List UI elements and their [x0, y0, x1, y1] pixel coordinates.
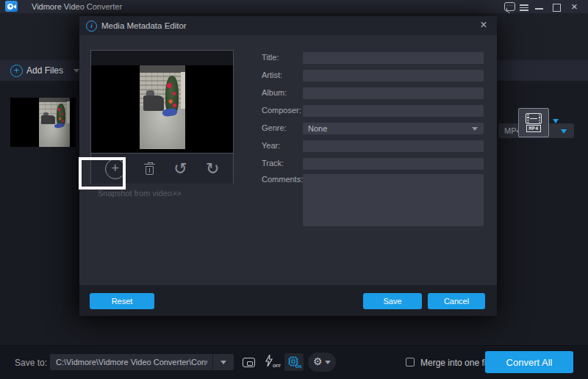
composer-input[interactable]	[303, 105, 484, 117]
chevron-down-icon	[74, 69, 79, 73]
dialog-close-button[interactable]: ×	[478, 18, 490, 32]
title-bar: Vidmore Video Converter ··· ×	[0, 0, 588, 13]
save-path-input[interactable]	[50, 354, 213, 370]
video-frame-image	[39, 98, 70, 147]
maximize-button[interactable]	[553, 2, 563, 11]
dialog-footer: Reset Save Cancel	[79, 285, 497, 316]
off-tag: OFF	[273, 364, 281, 368]
comments-label: Comments:	[262, 175, 303, 184]
gear-icon: ⚙	[313, 355, 323, 367]
dialog-title: Media Metadata Editor	[101, 21, 187, 30]
chevron-down-icon	[325, 361, 331, 364]
merge-checkbox[interactable]	[406, 358, 415, 367]
rotate-right-button[interactable]: ↻	[206, 161, 219, 177]
rotate-left-button[interactable]: ↺	[173, 161, 187, 177]
composer-label: Composer:	[262, 106, 301, 115]
chevron-down-icon	[220, 361, 226, 364]
chevron-down-icon	[561, 129, 567, 134]
genre-value: None	[308, 124, 327, 133]
chevron-down-icon	[472, 127, 478, 131]
merge-label: Merge into one file	[420, 358, 493, 368]
video-file-thumbnail[interactable]	[10, 98, 76, 147]
plus-circle-icon: +	[10, 65, 23, 77]
bottom-bar: Save to: OFF ON ⚙ Merge into one file Co…	[0, 345, 588, 379]
cancel-button[interactable]: Cancel	[428, 293, 485, 309]
camera-lens-icon	[7, 4, 13, 10]
year-label: Year:	[262, 141, 280, 150]
comments-textarea[interactable]	[303, 174, 484, 226]
title-input[interactable]	[303, 52, 484, 64]
info-icon: i	[86, 21, 97, 32]
convert-all-button[interactable]: Convert All	[485, 351, 573, 373]
camera-body-icon	[13, 4, 16, 9]
title-label: Title:	[262, 53, 279, 62]
save-path-control	[50, 354, 234, 370]
track-label: Track:	[262, 159, 284, 167]
track-input[interactable]	[303, 158, 484, 170]
album-input[interactable]	[303, 87, 484, 99]
artist-input[interactable]	[303, 70, 484, 82]
add-files-label: Add Files	[26, 65, 71, 76]
save-path-dropdown-button[interactable]	[212, 354, 234, 370]
delete-cover-button[interactable]	[144, 162, 155, 176]
save-button[interactable]: Save	[363, 293, 422, 309]
film-strip-icon	[526, 113, 542, 124]
minimize-icon	[535, 8, 543, 10]
feedback-button[interactable]: ···	[504, 2, 514, 11]
settings-button[interactable]: ⚙	[308, 353, 336, 372]
open-folder-button[interactable]	[243, 358, 255, 367]
window-title: Vidmore Video Converter	[32, 2, 122, 11]
save-to-label: Save to:	[15, 358, 47, 368]
speech-bubble-icon: ···	[504, 2, 515, 11]
minimize-button[interactable]	[535, 2, 545, 11]
reset-button[interactable]: Reset	[90, 293, 154, 309]
hardware-acceleration-button[interactable]: ON	[284, 353, 304, 371]
menu-button[interactable]	[520, 3, 530, 12]
output-format-badge-button[interactable]: MP4	[518, 108, 549, 137]
year-input[interactable]	[303, 140, 484, 152]
media-metadata-editor-dialog: i Media Metadata Editor × + ↺ ↻ Snapshot…	[79, 16, 497, 316]
close-window-button[interactable]: ×	[571, 2, 581, 11]
album-label: Album:	[262, 88, 287, 97]
dialog-header: i Media Metadata Editor ×	[79, 16, 497, 35]
folder-icon	[243, 358, 255, 367]
app-logo-icon	[5, 1, 18, 12]
format-badge-label: MP4	[526, 125, 540, 132]
video-preview	[91, 51, 233, 153]
video-frame-image	[140, 65, 185, 149]
maximize-icon	[553, 4, 561, 12]
format-dropdown-icon[interactable]	[553, 119, 559, 123]
genre-select[interactable]: None	[303, 123, 484, 134]
artist-label: Artist:	[262, 71, 282, 79]
snapshot-from-video-link[interactable]: Snapshot from video>>	[98, 189, 182, 198]
highlight-annotation-rectangle	[79, 157, 126, 190]
high-speed-conversion-button[interactable]: OFF	[264, 354, 282, 372]
genre-label: Genre:	[262, 123, 287, 132]
on-tag: ON	[295, 364, 301, 369]
